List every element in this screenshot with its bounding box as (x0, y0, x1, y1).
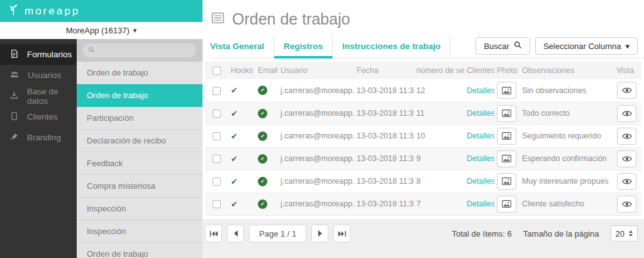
form-list-item[interactable]: Inspección (77, 198, 203, 220)
page-size-label: Tamaño de la página (523, 229, 599, 238)
detalles-link[interactable]: Detalles (467, 86, 494, 95)
form-list-item[interactable]: Compra misteriosa (77, 175, 203, 198)
photo-button[interactable] (497, 82, 516, 99)
eye-icon (622, 201, 632, 208)
vista-eye-button[interactable] (617, 105, 636, 122)
email-sent-icon: ✔ (258, 177, 267, 186)
sidebar-item-label: Formularios (27, 50, 72, 59)
column-header-hooks: Hooks (228, 62, 255, 79)
tab-vista-general[interactable]: Vista General (210, 35, 274, 59)
chevron-right-icon (318, 230, 323, 237)
spinner-arrows-icon (629, 230, 633, 237)
eye-icon (622, 178, 632, 185)
photo-button[interactable] (497, 128, 516, 145)
first-page-button[interactable] (205, 225, 222, 242)
main-pane: Orden de trabajo Vista General Registros… (203, 0, 644, 258)
vista-eye-button[interactable] (617, 150, 636, 167)
brand-logo-text: moreapp (25, 5, 80, 18)
hook-check-icon: ✔ (231, 177, 238, 186)
form-list-item[interactable]: Inspección (77, 220, 203, 243)
page-indicator[interactable]: Page 1 / 1 (249, 225, 306, 242)
observaciones-cell: Esperando confirmación (519, 147, 609, 170)
usuario-cell: j.carreras@moreapp.com (278, 170, 354, 193)
detalles-link[interactable]: Detalles (467, 199, 494, 208)
vista-eye-button[interactable] (617, 196, 636, 213)
row-checkbox[interactable] (213, 200, 221, 208)
numero-serie-cell: 7 (414, 193, 464, 215)
page-title: Orden de trabajo (232, 10, 350, 28)
tab-bar: Vista General Registros Instrucciones de… (210, 35, 644, 59)
eye-icon (622, 155, 632, 162)
image-icon (502, 155, 511, 162)
table-row: ✔ ✔ j.carreras@moreapp.com 13-03-2018 11… (205, 170, 641, 193)
image-icon (502, 109, 511, 117)
sidebar-item-label: Branding (27, 133, 61, 142)
previous-page-button[interactable] (227, 225, 244, 242)
table-footer: Page 1 / 1 Total de ítems: 6 Tamaño de l… (203, 219, 644, 258)
usuario-cell: j.carreras@moreapp.com (278, 147, 354, 170)
registros-table: Hooks Email Usuario Fecha número de seri… (205, 62, 641, 216)
vista-eye-button[interactable] (617, 82, 636, 99)
photo-button[interactable] (497, 196, 516, 213)
hook-check-icon: ✔ (231, 199, 238, 209)
form-list-item[interactable]: Declaración de recibo (77, 130, 203, 152)
detalles-link[interactable]: Detalles (467, 154, 494, 163)
hook-check-icon: ✔ (231, 86, 238, 95)
buscar-button[interactable]: Buscar (475, 37, 530, 55)
eye-icon (622, 87, 632, 94)
next-page-button[interactable] (311, 225, 328, 242)
last-page-button[interactable] (333, 225, 350, 242)
sidebar-item-base-de-datos[interactable]: Base de datos (0, 86, 77, 106)
column-header-numero-serie: número de serie (414, 62, 464, 79)
form-list-item[interactable]: Participación (77, 107, 203, 130)
row-checkbox[interactable] (213, 87, 221, 95)
observaciones-cell: Todo correcto (519, 102, 609, 125)
form-list-item[interactable]: Orden de trabajo (77, 243, 203, 258)
sidebar-item-branding[interactable]: Branding (0, 127, 77, 148)
sidebar-item-formularios[interactable]: Formularios (0, 44, 77, 65)
forms-search-band (77, 39, 203, 62)
form-list-item[interactable]: Orden de trabajo (77, 62, 203, 84)
account-selector[interactable]: MoreApp (16137) ▾ (0, 22, 203, 39)
table-header-row: Hooks Email Usuario Fecha número de seri… (205, 62, 641, 79)
tab-registros[interactable]: Registros (274, 35, 333, 59)
row-checkbox[interactable] (213, 177, 221, 186)
chevron-left-icon (233, 230, 238, 237)
detalles-link[interactable]: Detalles (467, 132, 494, 140)
observaciones-cell: Seguimiento requerido (519, 125, 609, 147)
tab-instrucciones-de-trabajo[interactable]: Instrucciones de trabajo (333, 35, 450, 59)
pagination: Page 1 / 1 (205, 225, 350, 258)
row-checkbox[interactable] (213, 109, 221, 118)
page-size-select[interactable]: 20 (611, 225, 638, 242)
photo-button[interactable] (497, 105, 516, 122)
forms-search-box[interactable] (83, 43, 196, 57)
row-checkbox[interactable] (213, 132, 221, 140)
form-list-item[interactable]: Feedback (77, 152, 203, 175)
form-list-item-selected[interactable]: Orden de trabajo (77, 84, 203, 107)
sidebar-item-label: Clientes (27, 112, 58, 121)
fecha-cell: 13-03-2018 11:31 (354, 193, 414, 215)
column-header-usuario: Usuario (278, 62, 354, 79)
numero-serie-cell: 11 (414, 102, 464, 125)
detalles-link[interactable]: Detalles (467, 109, 494, 118)
observaciones-cell: Cliente satisfecho (519, 193, 609, 215)
account-selector-label: MoreApp (16137) (66, 26, 130, 35)
row-checkbox[interactable] (213, 155, 221, 163)
column-header-photo: Photo (494, 62, 519, 79)
forms-search-input[interactable] (98, 46, 186, 55)
photo-button[interactable] (497, 173, 516, 190)
column-header-email: Email (255, 62, 278, 79)
vista-eye-button[interactable] (617, 128, 636, 145)
photo-button[interactable] (497, 150, 516, 167)
seleccionar-columna-button[interactable]: Seleccionar Columna ▾ (535, 37, 638, 55)
usuario-cell: j.carreras@moreapp.com (278, 102, 354, 125)
select-all-checkbox[interactable] (213, 67, 221, 75)
observaciones-cell: Sin observaciones (519, 79, 609, 102)
vista-eye-button[interactable] (617, 173, 636, 190)
left-pane: moreapp MoreApp (16137) ▾ Formularios Us… (0, 0, 203, 258)
left-body: Formularios Usuarios Base de datos Clien… (0, 39, 203, 258)
detalles-link[interactable]: Detalles (467, 177, 494, 186)
sidebar-item-usuarios[interactable]: Usuarios (0, 65, 77, 86)
search-icon (88, 45, 95, 56)
sidebar-item-clientes[interactable]: Clientes (0, 106, 77, 127)
